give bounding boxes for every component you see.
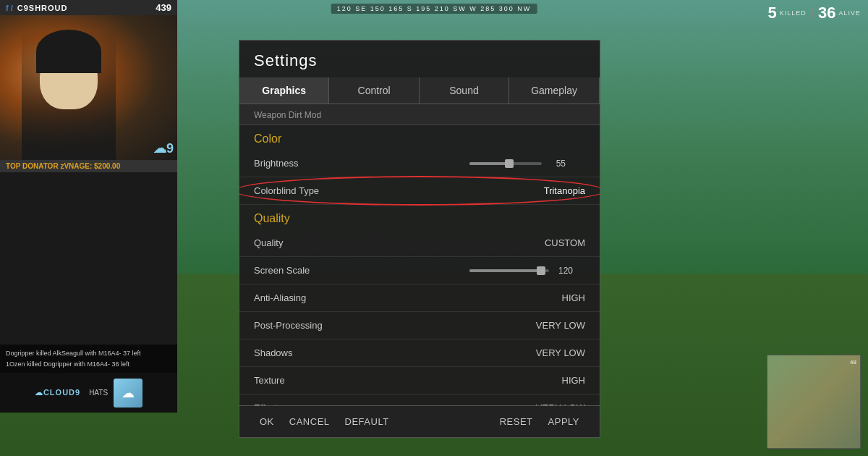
anti-aliasing-row[interactable]: Anti-Aliasing HIGH	[239, 284, 600, 312]
settings-footer: OK CANCEL DEFAULT RESET APPLY	[239, 405, 600, 437]
quality-level-row[interactable]: Quality CUSTOM	[239, 229, 600, 257]
settings-title: Settings	[239, 41, 600, 77]
screen-scale-slider-track[interactable]	[469, 269, 549, 272]
screen-scale-value: 120	[555, 266, 573, 276]
ad-image: ☁	[114, 379, 142, 408]
streamer-video: ☁9	[0, 15, 177, 160]
screen-scale-slider-container[interactable]: 120	[469, 266, 585, 276]
brightness-slider-fill	[469, 162, 509, 165]
screen-scale-slider-fill	[469, 269, 541, 272]
anti-aliasing-value[interactable]: HIGH	[513, 292, 585, 303]
brightness-row: Brightness 55	[239, 150, 600, 177]
partially-hidden-row: Weapon Dirt Mod	[239, 104, 600, 125]
ad-hats-text: HATS	[89, 389, 108, 397]
texture-value[interactable]: HIGH	[513, 375, 585, 386]
kill-count: 5	[768, 4, 777, 22]
post-processing-row[interactable]: Post-Processing VERY LOW	[239, 312, 600, 339]
quality-level-label: Quality	[254, 237, 513, 248]
brightness-slider-thumb[interactable]	[505, 159, 514, 168]
brightness-slider-container[interactable]: 55	[469, 159, 585, 169]
kill-feed: Dogripper killed AlkSeagull with M16A4- …	[0, 345, 177, 373]
quality-section-header: Quality	[239, 205, 600, 229]
streamer-header: f / C9SHROUD 439	[0, 0, 177, 15]
color-section-header: Color	[239, 125, 600, 150]
quality-level-value[interactable]: CUSTOM	[513, 237, 585, 248]
shadows-label: Shadows	[254, 347, 513, 358]
settings-panel: Settings Graphics Control Sound Gameplay…	[239, 40, 600, 438]
kill-feed-item-2: 1Ozen killed Dogripper with M16A4- 36 le…	[6, 359, 171, 369]
reset-button[interactable]: RESET	[494, 413, 539, 430]
post-processing-value[interactable]: VERY LOW	[513, 320, 585, 331]
shadows-row[interactable]: Shadows VERY LOW	[239, 339, 600, 367]
kill-feed-item-1: Dogripper killed AlkSeagull with M16A4- …	[6, 348, 171, 358]
cancel-button[interactable]: CANCEL	[284, 413, 336, 430]
default-button[interactable]: DEFAULT	[339, 413, 395, 430]
alive-count: 36	[818, 4, 835, 22]
donor-bar: TOP DONATOR zVNAGE: $200.00	[0, 160, 177, 172]
ad-banner: ☁CLOUD9 HATS ☁	[0, 373, 177, 413]
effects-row[interactable]: Effects VERY LOW	[239, 394, 600, 405]
ad-cloud9-text: ☁CLOUD9	[35, 388, 80, 397]
alive-label: ALIVE	[838, 9, 861, 17]
post-processing-label: Post-Processing	[254, 320, 513, 331]
apply-button[interactable]: APPLY	[542, 413, 585, 430]
brightness-value: 55	[548, 159, 566, 169]
footer-left-buttons: OK CANCEL DEFAULT	[254, 413, 395, 430]
settings-tabs[interactable]: Graphics Control Sound Gameplay	[239, 77, 600, 104]
minimap: 48	[767, 355, 861, 449]
kill-stats: 5 KILLED | 36 ALIVE	[768, 4, 861, 22]
ok-button[interactable]: OK	[254, 413, 280, 430]
colorblind-type-value[interactable]: Tritanopia	[513, 185, 585, 196]
screen-scale-label: Screen Scale	[254, 265, 469, 276]
screen-scale-row: Screen Scale 120	[239, 257, 600, 284]
cloud9-logo-video: ☁9	[153, 140, 174, 156]
settings-content: Weapon Dirt Mod Color Brightness 55 Colo…	[239, 104, 600, 405]
brightness-label: Brightness	[254, 158, 469, 169]
viewer-count: 439	[156, 2, 171, 13]
shadows-value[interactable]: VERY LOW	[513, 347, 585, 358]
facebook-icon: f /	[6, 4, 13, 12]
killed-label: KILLED	[780, 9, 807, 17]
partially-hidden-label: Weapon Dirt Mod	[254, 110, 321, 120]
tab-sound[interactable]: Sound	[420, 77, 509, 104]
colorblind-type-row[interactable]: Colorblind Type Tritanopia	[239, 177, 600, 205]
streamer-person	[22, 30, 116, 160]
footer-right-buttons: RESET APPLY	[494, 413, 585, 430]
streamer-channel-name: C9SHROUD	[17, 4, 68, 12]
tab-gameplay[interactable]: Gameplay	[509, 77, 600, 104]
compass: 120 SE 150 165 S 195 210 SW W 285 300 NW	[331, 4, 537, 14]
brightness-slider-track[interactable]	[469, 162, 542, 165]
colorblind-type-label: Colorblind Type	[254, 185, 513, 196]
anti-aliasing-label: Anti-Aliasing	[254, 292, 513, 303]
tab-graphics[interactable]: Graphics	[239, 77, 329, 104]
screen-scale-slider-thumb[interactable]	[537, 266, 545, 275]
minimap-coords: 48	[850, 359, 856, 366]
texture-label: Texture	[254, 375, 513, 386]
streamer-panel: f / C9SHROUD 439 ☁9 TOP DONATOR zVNAGE: …	[0, 0, 177, 413]
texture-row[interactable]: Texture HIGH	[239, 367, 600, 394]
tab-control[interactable]: Control	[329, 77, 419, 104]
